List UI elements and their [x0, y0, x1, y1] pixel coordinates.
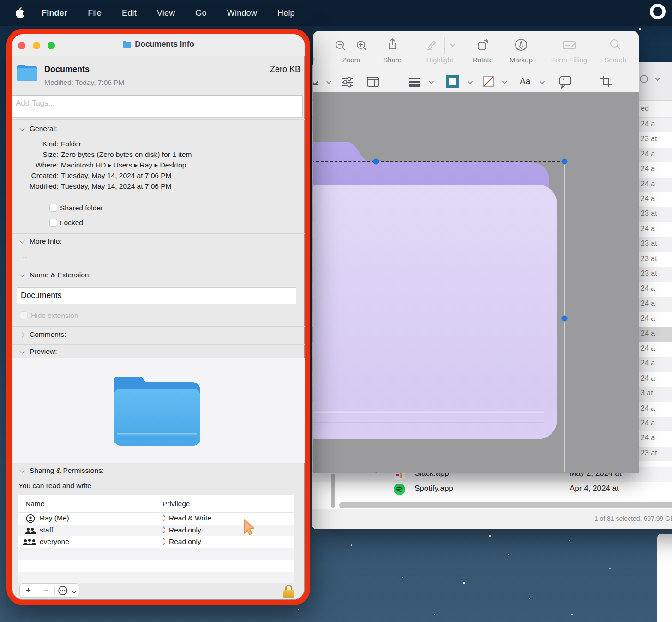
selection-handle-top-right[interactable] [562, 159, 568, 165]
menu-file[interactable]: File [88, 8, 102, 18]
selection-handle-mid-right[interactable] [562, 316, 568, 322]
shared-folder-checkbox[interactable] [49, 204, 57, 212]
add-permission-button[interactable]: + [20, 586, 37, 596]
markup-toolbar: Aa “ [313, 71, 639, 92]
date-fragment: 24 a [641, 314, 655, 323]
chevron-down-icon[interactable] [502, 79, 507, 84]
selection-handle-top-center[interactable] [373, 159, 379, 165]
chevron-down-icon[interactable] [655, 76, 660, 81]
date-fragment: 24 a [641, 374, 655, 383]
preview-canvas[interactable] [313, 92, 639, 473]
date-fragment: 24 a [641, 195, 655, 203]
user-icon [26, 514, 35, 523]
share-button[interactable]: Share [378, 37, 406, 64]
general-section-header[interactable]: General: [20, 125, 57, 133]
title-bar[interactable]: Documents Info [12, 34, 305, 56]
locked-label: Locked [60, 219, 83, 227]
lock-icon[interactable] [283, 585, 294, 598]
disclosure-triangle-icon[interactable] [19, 272, 24, 277]
menu-finder[interactable]: Finder [42, 8, 67, 18]
date-fragment: 24 a [641, 344, 655, 353]
horizontal-scrollbar[interactable] [339, 502, 672, 508]
background-window-edge [657, 534, 672, 622]
fill-color-none-icon[interactable] [481, 75, 495, 90]
disclosure-triangle-icon[interactable] [19, 467, 24, 472]
adjust-sliders-icon[interactable] [340, 75, 355, 90]
privilege-value[interactable]: Read & Write [169, 514, 211, 522]
menu-help[interactable]: Help [277, 8, 295, 18]
status-bar: 1 of 81 selected, 697.99 GB avail [312, 509, 672, 529]
menu-go[interactable]: Go [195, 8, 206, 18]
date-fragment: 24 a [641, 150, 655, 158]
tags-placeholder: Add Tags... [16, 99, 55, 108]
markup-button[interactable]: Markup [506, 37, 536, 64]
file-date: Apr 4, 2024 at [570, 484, 619, 493]
zoom-button[interactable]: Zoom [330, 39, 372, 64]
permission-controls: + − [19, 583, 79, 598]
menu-edit[interactable]: Edit [122, 8, 137, 18]
search-button[interactable]: Search [599, 37, 631, 64]
sketch-tool-icon[interactable] [313, 75, 321, 90]
more-actions-button[interactable] [55, 586, 79, 596]
menu-window[interactable]: Window [227, 8, 257, 18]
chevron-down-icon[interactable] [468, 79, 473, 84]
chevron-down-icon[interactable] [540, 79, 545, 84]
disclosure-triangle-icon[interactable] [19, 348, 24, 353]
divider [12, 463, 305, 463]
chevron-down-icon[interactable] [326, 79, 331, 84]
privilege-stepper-icon[interactable]: ˄˅ [162, 537, 166, 546]
privilege-value[interactable]: Read only [169, 526, 201, 534]
name-column-header[interactable]: Name [25, 500, 44, 508]
border-color-icon[interactable] [446, 75, 460, 90]
text-selection-icon[interactable] [365, 75, 381, 90]
crop-icon[interactable] [599, 75, 615, 90]
highlight-button[interactable]: Highlight [417, 37, 463, 64]
table-row[interactable]: Spotify.app Apr 4, 2024 at [312, 482, 672, 497]
text-annotation-icon[interactable]: “ [558, 75, 573, 90]
filename-input[interactable]: Documents [17, 287, 296, 304]
privilege-stepper-icon[interactable]: ˄˅ [162, 514, 166, 523]
privilege-stepper-icon[interactable]: ˄˅ [162, 526, 166, 535]
line-weight-icon[interactable] [407, 75, 422, 90]
privilege-value[interactable]: Read only [169, 538, 201, 546]
preview-section-header[interactable]: Preview: [20, 347, 57, 356]
hide-extension-label: Hide extension [31, 311, 78, 320]
selection-rectangle[interactable] [313, 161, 564, 473]
finder-toolbar-icon[interactable] [640, 75, 648, 83]
form-filling-button[interactable]: Form Filling [544, 37, 594, 64]
apple-menu-icon[interactable] [14, 6, 26, 20]
date-fragment: 24 a [641, 359, 655, 367]
disclosure-triangle-icon[interactable] [19, 126, 24, 131]
add-tags-input[interactable]: Add Tags... [11, 95, 303, 118]
text-style-button[interactable]: Aa [520, 76, 530, 86]
disclosure-triangle-icon[interactable] [19, 238, 24, 243]
comments-section-header[interactable]: Comments: [20, 330, 66, 339]
chevron-down-icon[interactable] [429, 79, 434, 84]
chevron-down-icon[interactable] [444, 37, 456, 54]
rotate-button[interactable]: Rotate [469, 37, 497, 64]
remove-permission-button[interactable]: − [37, 586, 54, 596]
permissions-table-header: Name Privilege [18, 495, 294, 513]
form-filling-icon [561, 37, 577, 54]
vertical-scrollbar[interactable] [331, 474, 335, 508]
locked-checkbox[interactable] [49, 219, 57, 227]
more-info-section-header[interactable]: More Info: [20, 237, 62, 245]
zoom-in-icon[interactable] [355, 39, 368, 54]
sharing-permissions-section-header[interactable]: Sharing & Permissions: [20, 466, 104, 475]
everyone-icon [22, 538, 37, 547]
zoom-out-icon[interactable] [334, 39, 347, 54]
selection-handle-bottom-right[interactable] [562, 473, 568, 474]
name-extension-section-header[interactable]: Name & Extension: [20, 271, 91, 279]
menubar-status-icon[interactable] [650, 4, 666, 19]
menu-view[interactable]: View [157, 8, 175, 18]
date-fragment: 24 a [641, 419, 655, 427]
hide-extension-checkbox[interactable] [20, 311, 28, 319]
date-fragment: 24 a [641, 165, 655, 173]
desktop: Finder File Edit View Go Window Help ed … [0, 0, 672, 622]
privilege-column-header[interactable]: Privilege [162, 500, 190, 508]
permission-user: everyone [40, 538, 69, 546]
svg-text:“: “ [563, 78, 564, 84]
date-fragment: 24 a [641, 299, 655, 308]
date-fragment: 24 a [641, 284, 655, 293]
disclosure-triangle-icon[interactable] [19, 332, 24, 337]
